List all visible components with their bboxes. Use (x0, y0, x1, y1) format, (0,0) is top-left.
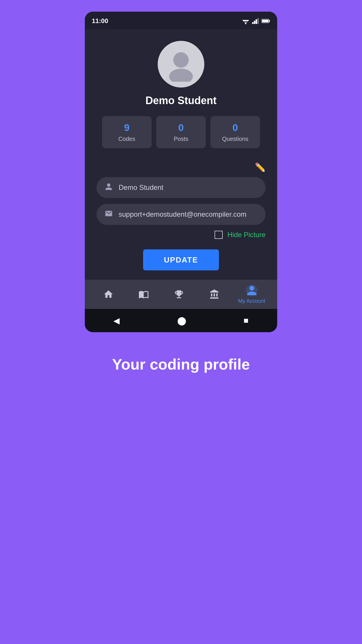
system-nav: ◀ ⬤ ■ (85, 309, 277, 332)
email-input-field (96, 204, 266, 225)
hide-picture-label: Hide Picture (227, 231, 266, 239)
home-icon (103, 289, 114, 300)
avatar-svg (164, 47, 198, 82)
nav-home[interactable] (97, 289, 120, 300)
username-label: Demo Student (145, 94, 217, 107)
posts-label: Posts (174, 136, 188, 142)
bottom-nav: My Account (85, 280, 277, 309)
name-input-field (96, 177, 266, 198)
posts-count: 0 (178, 122, 184, 133)
phone-frame: 11:00 (85, 12, 277, 332)
codes-label: Codes (118, 136, 135, 142)
battery-icon (261, 18, 270, 24)
svg-rect-10 (262, 20, 268, 22)
edit-icon[interactable]: ✏️ (255, 162, 266, 172)
email-input[interactable] (119, 210, 257, 218)
wifi-icon (242, 18, 250, 24)
status-time: 11:00 (92, 17, 108, 25)
back-button[interactable]: ◀ (113, 316, 120, 326)
bottom-caption: Your coding profile (112, 356, 250, 373)
svg-rect-9 (269, 20, 270, 22)
main-content: Demo Student 9 Codes 0 Posts 0 Questions… (85, 29, 277, 280)
svg-rect-5 (254, 21, 255, 24)
recents-button[interactable]: ■ (244, 316, 249, 325)
codes-count: 9 (124, 122, 130, 133)
avatar-container (158, 41, 204, 88)
bank-icon (209, 289, 220, 300)
nav-book[interactable] (132, 289, 155, 300)
stat-codes[interactable]: 9 Codes (102, 116, 152, 148)
email-icon (105, 209, 113, 220)
signal-icon (252, 18, 259, 24)
nav-account-label: My Account (238, 298, 265, 304)
nav-bank[interactable] (203, 289, 226, 300)
svg-point-12 (169, 69, 193, 82)
person-icon (105, 183, 113, 193)
account-icon (246, 285, 258, 296)
hide-picture-row: Hide Picture (96, 231, 266, 239)
avatar (158, 41, 204, 88)
svg-point-11 (173, 52, 189, 68)
book-icon (138, 289, 149, 300)
status-bar: 11:00 (85, 12, 277, 29)
trophy-icon (174, 289, 184, 300)
svg-rect-7 (257, 18, 259, 24)
questions-count: 0 (233, 122, 238, 133)
nav-account[interactable]: My Account (238, 285, 265, 304)
stat-questions[interactable]: 0 Questions (210, 116, 260, 148)
nav-trophy[interactable] (167, 289, 191, 300)
hide-picture-checkbox[interactable] (215, 231, 223, 239)
update-button[interactable]: UPDATE (143, 249, 219, 270)
status-icons (242, 18, 270, 24)
stat-posts[interactable]: 0 Posts (156, 116, 206, 148)
edit-icon-row: ✏️ (96, 162, 266, 172)
home-button[interactable]: ⬤ (177, 316, 186, 326)
svg-rect-6 (256, 19, 257, 24)
questions-label: Questions (222, 136, 248, 142)
stats-row: 9 Codes 0 Posts 0 Questions (96, 116, 266, 148)
svg-rect-4 (252, 22, 254, 24)
name-input[interactable] (119, 183, 257, 192)
